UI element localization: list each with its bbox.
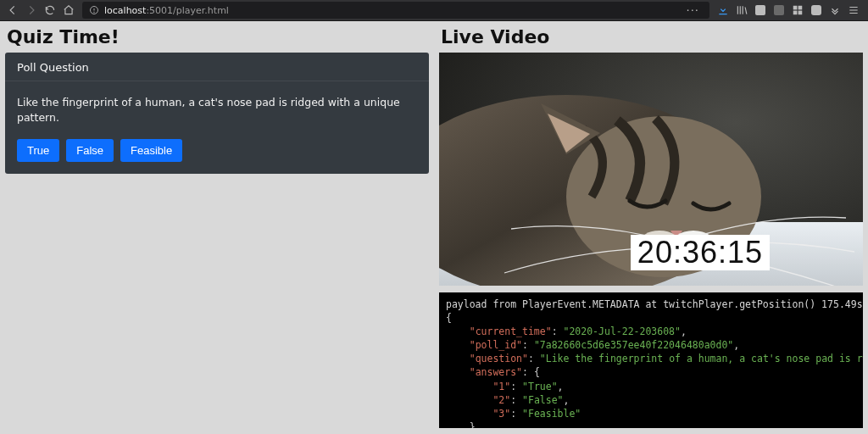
poll-question: Like the fingerprint of a human, a cat's… bbox=[5, 81, 429, 139]
answer-feasible-button[interactable]: Feasible bbox=[120, 139, 182, 162]
console-key: "poll_id" bbox=[470, 339, 522, 351]
console-value: "True" bbox=[522, 381, 558, 392]
site-info-icon[interactable] bbox=[89, 5, 99, 15]
page-actions-icon[interactable]: ··· bbox=[687, 4, 699, 17]
video-player[interactable]: 20:36:15 bbox=[439, 53, 863, 286]
toolbar-right bbox=[717, 4, 863, 16]
menu-icon[interactable] bbox=[848, 4, 860, 16]
url-host: localhost:5001/player.html bbox=[104, 5, 229, 16]
console-value: "7a82660c5d6e357ee40f22046480a0d0" bbox=[534, 339, 733, 351]
metadata-console: payload from PlayerEvent.METADATA at twi… bbox=[439, 292, 863, 428]
quiz-title: Quiz Time! bbox=[7, 26, 429, 47]
console-key: "answers" bbox=[470, 366, 522, 378]
back-button[interactable] bbox=[7, 4, 19, 16]
answer-true-button[interactable]: True bbox=[17, 139, 59, 162]
quiz-column: Quiz Time! Poll Question Like the finger… bbox=[5, 25, 429, 429]
poll-card-title: Poll Question bbox=[5, 53, 429, 81]
extension-icon-1[interactable] bbox=[754, 4, 766, 16]
home-button[interactable] bbox=[63, 4, 75, 16]
console-key: "2" bbox=[492, 394, 510, 406]
overflow-icon[interactable] bbox=[829, 4, 841, 16]
console-line: } bbox=[470, 421, 476, 428]
library-icon[interactable] bbox=[736, 4, 748, 16]
poll-card: Poll Question Like the fingerprint of a … bbox=[5, 53, 429, 174]
console-key: "question" bbox=[470, 353, 528, 364]
video-column: Live Video bbox=[439, 25, 863, 429]
page-body: Quiz Time! Poll Question Like the finger… bbox=[0, 21, 868, 434]
forward-button[interactable] bbox=[25, 4, 37, 16]
extension-icon-2[interactable] bbox=[773, 4, 785, 16]
console-value: "Feasible" bbox=[522, 408, 581, 420]
console-line: { bbox=[534, 366, 540, 378]
poll-answers: True False Feasible bbox=[5, 139, 429, 162]
console-value: "Like the fingerprint of a human, a cat'… bbox=[540, 353, 863, 364]
console-value: "2020-Jul-22-203608" bbox=[564, 326, 681, 337]
answer-false-button[interactable]: False bbox=[66, 139, 114, 162]
svg-rect-3 bbox=[798, 6, 803, 10]
url-bar[interactable]: localhost:5001/player.html ··· bbox=[82, 2, 709, 19]
reload-button[interactable] bbox=[44, 4, 56, 16]
svg-point-1 bbox=[94, 12, 95, 13]
downloads-icon[interactable] bbox=[717, 4, 729, 16]
nav-buttons bbox=[5, 4, 75, 16]
console-key: "3" bbox=[492, 408, 510, 420]
browser-chrome: localhost:5001/player.html ··· bbox=[0, 0, 868, 21]
console-header: payload from PlayerEvent.METADATA at twi… bbox=[446, 298, 863, 310]
extension-icon-3[interactable] bbox=[792, 4, 804, 16]
extension-icon-4[interactable] bbox=[810, 4, 822, 16]
console-key: "current_time" bbox=[470, 326, 552, 337]
svg-rect-5 bbox=[798, 11, 803, 15]
video-title: Live Video bbox=[441, 26, 863, 47]
console-line: { bbox=[446, 312, 452, 324]
console-value: "False" bbox=[522, 394, 563, 406]
svg-rect-2 bbox=[793, 6, 798, 10]
console-key: "1" bbox=[492, 381, 510, 392]
video-timestamp-overlay: 20:36:15 bbox=[631, 235, 770, 270]
svg-rect-4 bbox=[793, 11, 798, 15]
